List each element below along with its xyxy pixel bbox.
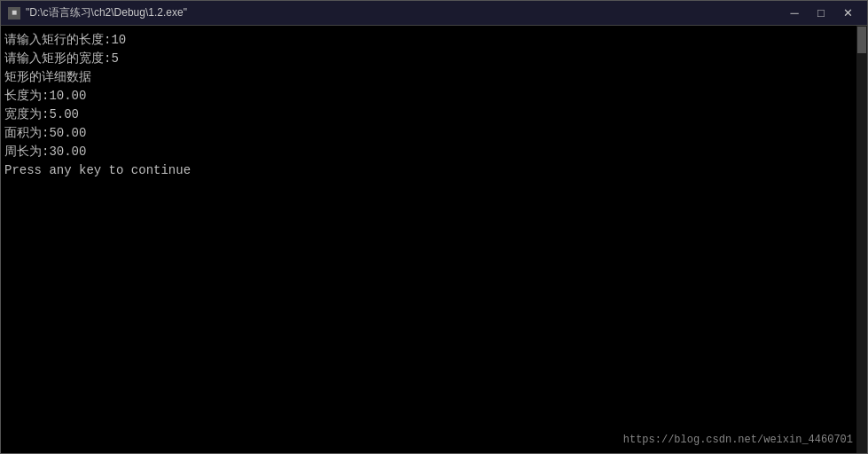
close-button[interactable]: ✕ xyxy=(835,4,860,22)
console-line: Press any key to continue xyxy=(4,161,864,180)
title-bar-controls: ─ □ ✕ xyxy=(782,4,860,22)
console-line: 矩形的详细数据 xyxy=(4,68,864,87)
console-line: 面积为:50.00 xyxy=(4,124,864,143)
scrollbar-thumb xyxy=(857,27,866,53)
title-bar: ■ "D:\c语言练习\ch2\Debug\1.2.exe" ─ □ ✕ xyxy=(1,1,867,26)
console-line: 长度为:10.00 xyxy=(4,87,864,106)
maximize-button[interactable]: □ xyxy=(809,4,833,22)
console-line: 宽度为:5.00 xyxy=(4,106,864,124)
console-line: 请输入矩形的宽度:5 xyxy=(4,50,864,68)
title-bar-text: "D:\c语言练习\ch2\Debug\1.2.exe" xyxy=(26,5,187,20)
window-icon: ■ xyxy=(8,7,20,20)
minimize-button[interactable]: ─ xyxy=(782,4,807,22)
watermark: https://blog.csdn.net/weixin_4460701 xyxy=(623,432,853,448)
scrollbar[interactable] xyxy=(856,26,867,453)
title-bar-left: ■ "D:\c语言练习\ch2\Debug\1.2.exe" xyxy=(8,5,187,20)
window: ■ "D:\c语言练习\ch2\Debug\1.2.exe" ─ □ ✕ 请输入… xyxy=(0,0,868,454)
console-line: 周长为:30.00 xyxy=(4,143,864,161)
console-line: 请输入矩行的长度:10 xyxy=(4,31,864,50)
console-area: 请输入矩行的长度:10请输入矩形的宽度:5矩形的详细数据长度为:10.00宽度为… xyxy=(1,26,867,453)
console-output: 请输入矩行的长度:10请输入矩形的宽度:5矩形的详细数据长度为:10.00宽度为… xyxy=(4,31,864,180)
